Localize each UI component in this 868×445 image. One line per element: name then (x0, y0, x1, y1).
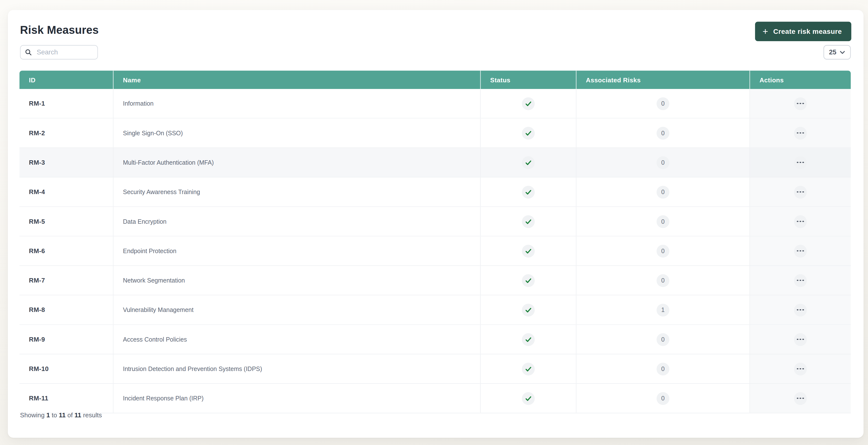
check-icon (525, 218, 532, 225)
row-actions-button[interactable] (794, 97, 807, 110)
results-to: 11 (59, 412, 66, 418)
column-header-id: ID (19, 70, 114, 89)
table-row[interactable]: RM-7 Network Segmentation 0 (19, 266, 850, 295)
results-summary-text: of (67, 412, 73, 418)
status-badge (522, 215, 535, 228)
associated-risks-badge: 0 (656, 126, 669, 139)
associated-risks-cell: 0 (577, 119, 750, 148)
actions-cell (750, 89, 851, 118)
table-row[interactable]: RM-8 Vulnerability Management 1 (19, 295, 850, 325)
row-actions-button[interactable] (794, 126, 807, 139)
status-badge (522, 97, 535, 110)
row-actions-button[interactable] (794, 245, 807, 257)
row-actions-button[interactable] (794, 186, 807, 198)
check-icon (525, 306, 532, 314)
associated-risks-cell: 0 (577, 89, 750, 118)
create-risk-measure-button[interactable]: + Create risk measure (755, 22, 851, 41)
page-size-select[interactable]: 25 (824, 45, 850, 60)
risk-measures-card: Risk Measures + Create risk measure 25 (8, 10, 864, 438)
status-cell (481, 236, 577, 265)
row-actions-button[interactable] (794, 392, 807, 405)
actions-cell (750, 148, 851, 177)
associated-risks-cell: 0 (577, 148, 750, 177)
row-actions-button[interactable] (794, 304, 807, 316)
row-id: RM-10 (19, 354, 114, 383)
ellipsis-icon (797, 103, 804, 104)
table-row[interactable]: RM-5 Data Encryption 0 (19, 207, 850, 236)
actions-cell (750, 354, 851, 383)
row-id: RM-8 (19, 295, 114, 324)
table-row[interactable]: RM-4 Security Awareness Training 0 (19, 178, 850, 207)
status-cell (481, 148, 577, 177)
row-actions-button[interactable] (794, 274, 807, 287)
status-cell (481, 295, 577, 324)
status-cell (481, 325, 577, 354)
check-icon (525, 247, 532, 255)
table-row[interactable]: RM-11 Incident Response Plan (IRP) 0 (19, 384, 850, 413)
status-cell (481, 119, 577, 148)
status-cell (481, 384, 577, 413)
status-badge (522, 362, 535, 375)
row-name: Endpoint Protection (114, 236, 481, 265)
create-risk-measure-label: Create risk measure (773, 27, 842, 35)
ellipsis-icon (797, 132, 804, 134)
column-header-status: Status (481, 70, 577, 89)
table-row[interactable]: RM-2 Single Sign-On (SSO) 0 (19, 119, 850, 148)
row-name: Security Awareness Training (114, 178, 481, 206)
row-actions-button[interactable] (794, 333, 807, 346)
status-cell (481, 266, 577, 295)
page-background: Risk Measures + Create risk measure 25 (0, 0, 868, 445)
status-cell (481, 207, 577, 236)
ellipsis-icon (797, 280, 804, 281)
status-badge (522, 186, 535, 198)
ellipsis-icon (797, 339, 804, 340)
status-cell (481, 89, 577, 118)
actions-cell (750, 384, 851, 413)
associated-risks-badge: 0 (656, 245, 669, 257)
associated-risks-cell: 0 (577, 384, 750, 413)
row-actions-button[interactable] (794, 362, 807, 375)
associated-risks-cell: 0 (577, 207, 750, 236)
row-id: RM-3 (19, 148, 114, 177)
associated-risks-badge: 0 (656, 215, 669, 228)
table-row[interactable]: RM-6 Endpoint Protection 0 (19, 236, 850, 266)
actions-cell (750, 178, 851, 206)
associated-risks-cell: 0 (577, 236, 750, 265)
associated-risks-cell: 0 (577, 178, 750, 206)
risk-measures-table: ID Name Status Associated Risks Actions … (19, 70, 850, 413)
status-badge (522, 126, 535, 139)
row-actions-button[interactable] (794, 215, 807, 228)
actions-cell (750, 325, 851, 354)
check-icon (525, 336, 532, 343)
check-icon (525, 277, 532, 284)
results-summary: Showing 1 to 11 of 11 results (20, 412, 102, 418)
table-row[interactable]: RM-1 Information 0 (19, 89, 850, 118)
search-input[interactable] (35, 48, 93, 57)
check-icon (525, 188, 532, 195)
status-badge (522, 392, 535, 405)
search-box[interactable] (20, 45, 98, 60)
results-summary-text: results (83, 412, 102, 418)
table-body: RM-1 Information 0 RM-2 Single Sign (19, 89, 850, 413)
results-summary-text: to (52, 412, 57, 418)
check-icon (525, 395, 532, 402)
page-size-value: 25 (829, 48, 836, 56)
results-summary-text: Showing (20, 412, 44, 418)
ellipsis-icon (797, 250, 804, 252)
column-header-name: Name (114, 70, 481, 89)
associated-risks-badge: 0 (656, 392, 669, 405)
associated-risks-cell: 0 (577, 266, 750, 295)
ellipsis-icon (797, 398, 804, 399)
table-header: ID Name Status Associated Risks Actions (19, 70, 850, 89)
associated-risks-badge: 0 (656, 186, 669, 198)
actions-cell (750, 236, 851, 265)
row-id: RM-11 (19, 384, 114, 413)
check-icon (525, 365, 532, 373)
row-actions-button[interactable] (794, 156, 807, 169)
table-row[interactable]: RM-10 Intrusion Detection and Prevention… (19, 354, 850, 384)
associated-risks-cell: 0 (577, 325, 750, 354)
row-name: Network Segmentation (114, 266, 481, 295)
row-name: Single Sign-On (SSO) (114, 119, 481, 148)
table-row[interactable]: RM-9 Access Control Policies 0 (19, 325, 850, 354)
table-row[interactable]: RM-3 Multi-Factor Authentication (MFA) 0 (19, 148, 850, 178)
